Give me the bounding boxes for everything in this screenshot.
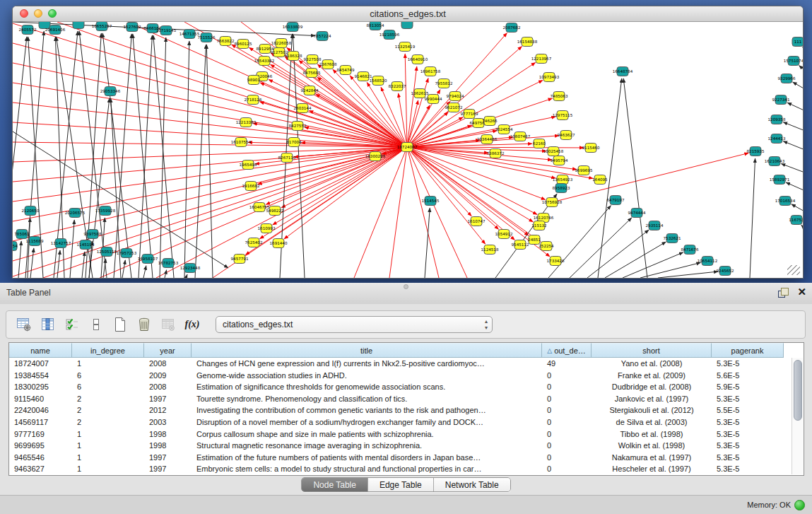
table-row[interactable]: 1830029562008Estimation of significance … (9, 381, 804, 393)
graph-node[interactable]: 11325419 (395, 42, 416, 52)
graph-node[interactable]: 8471676 (681, 245, 699, 255)
graph-node[interactable]: 12213383 (236, 118, 257, 127)
network-select[interactable]: citations_edges.txt ▴▾ (216, 316, 493, 333)
function-builder-button[interactable]: f(x) (182, 314, 203, 335)
import-table-button[interactable] (158, 314, 179, 335)
table-row[interactable]: 969969511998Structural magnetic resonanc… (9, 440, 804, 452)
column-header-short[interactable]: short (592, 343, 712, 358)
graph-node[interactable]: 10654112 (698, 257, 717, 266)
graph-node[interactable]: 9777169 (461, 110, 478, 119)
graph-node[interactable]: 16154838 (517, 37, 538, 47)
graph-node[interactable]: 1054912 (495, 230, 513, 239)
graph-node[interactable]: 1527602 (124, 23, 141, 32)
rows-button[interactable] (86, 314, 107, 335)
graph-node[interactable]: 17016534 (775, 197, 796, 206)
graph-node[interactable]: 785061 (14, 230, 30, 239)
graph-node[interactable]: 817004 (286, 138, 302, 147)
show-columns-button[interactable] (37, 314, 59, 335)
column-header-title[interactable]: title (192, 343, 542, 358)
graph-node[interactable]: 2087682 (503, 23, 521, 33)
graph-node[interactable] (73, 22, 84, 29)
delete-button[interactable] (134, 314, 155, 335)
graph-node[interactable]: 10655287 (92, 22, 112, 31)
graph-node[interactable]: 8454749 (337, 66, 355, 75)
table-row[interactable]: 977716911998Corpus callosum shape and si… (9, 428, 804, 440)
graph-node[interactable]: 17359928 (95, 206, 116, 216)
graph-node[interactable]: 1514545 (422, 197, 440, 206)
graph-node[interactable]: 12975115 (553, 111, 573, 120)
graph-node[interactable]: 1610993 (258, 224, 276, 233)
graph-node[interactable]: 15751074 (784, 57, 803, 66)
graph-node[interactable]: 164095 (592, 175, 608, 185)
table-settings-button[interactable] (13, 314, 35, 335)
graph-node[interactable]: 116753 (789, 216, 803, 225)
graph-node[interactable]: 18226058 (271, 39, 292, 48)
graph-node[interactable]: 8958923 (553, 184, 570, 193)
graph-node[interactable]: 1244413 (768, 134, 786, 144)
graph-node[interactable]: 1691440 (270, 239, 288, 248)
graph-node[interactable]: 115132 (531, 221, 546, 230)
new-document-button[interactable] (110, 314, 131, 335)
graph-node[interactable]: 29053346 (100, 87, 121, 96)
graph-node[interactable]: 7515526 (198, 33, 216, 42)
graph-node[interactable]: 16543382 (254, 57, 274, 66)
table-row[interactable]: 1872400712008Changes of HCN gene express… (9, 358, 804, 370)
graph-node[interactable]: 2367608 (319, 60, 337, 69)
graph-node[interactable]: 13142757 (51, 239, 71, 248)
graph-node[interactable]: 2935114 (646, 221, 664, 230)
graph-node[interactable]: 9329966 (778, 74, 796, 83)
column-header-name[interactable]: name (9, 343, 72, 358)
graph-node[interactable]: 39154 (13, 242, 18, 251)
table-row[interactable]: 2242004622012Investigating the contribut… (9, 404, 804, 416)
table-row[interactable]: 1938455462009Genome-wide association stu… (9, 370, 804, 382)
graph-node[interactable]: 7625402 (245, 238, 263, 247)
graph-node[interactable]: 10756928 (542, 198, 563, 207)
graph-node[interactable]: 98901 (247, 76, 260, 85)
graph-node[interactable]: 7485063 (551, 92, 568, 101)
graph-node[interactable]: 16961758 (420, 67, 441, 76)
close-panel-icon[interactable]: ✕ (797, 286, 806, 298)
graph-node[interactable]: 1610747 (468, 217, 486, 226)
graph-node[interactable]: 8322037 (389, 82, 406, 91)
graph-node[interactable]: 8813054 (367, 22, 384, 30)
graph-node[interactable]: 12923448 (180, 264, 201, 273)
graph-node[interactable]: 8960125 (235, 40, 252, 49)
graph-node[interactable]: 14671355 (180, 30, 200, 39)
graph-node[interactable]: 252254 (539, 242, 554, 251)
column-header-pagerank[interactable]: pagerank (712, 343, 784, 358)
column-header-in_degree[interactable]: in_degree (72, 343, 144, 358)
column-header-year[interactable]: year (144, 343, 192, 358)
graph-node[interactable]: 7386372 (487, 149, 505, 158)
graph-node[interactable]: 16033809 (283, 23, 303, 32)
graph-node[interactable]: 16648784 (613, 67, 633, 76)
graph-node[interactable]: 16958107 (138, 255, 158, 264)
graph-node[interactable]: 12505115 (97, 247, 117, 257)
graph-node[interactable]: 7857224 (314, 32, 331, 41)
graph-node[interactable]: 8215935 (747, 147, 765, 156)
graph-node[interactable]: 2120650 (22, 206, 40, 216)
graph-node[interactable]: 1124518 (481, 245, 499, 255)
column-header-out_degree[interactable]: △out_de… (542, 343, 592, 358)
select-columns-button[interactable] (61, 314, 83, 335)
graph-node[interactable]: 6479197 (607, 196, 625, 205)
graph-node[interactable]: 9545112 (512, 240, 529, 250)
table-row[interactable]: 911546021997Tourette syndrome. Phenomeno… (9, 393, 804, 405)
graph-node[interactable]: 9990444 (425, 95, 442, 104)
graph-node[interactable]: 9495794 (551, 156, 568, 165)
graph-node[interactable]: 10807487 (510, 132, 531, 141)
graph-node[interactable]: 9245652 (717, 267, 734, 276)
graph-node[interactable]: 20364486 (477, 135, 498, 144)
graph-node[interactable]: 746266 (482, 117, 498, 126)
graph-node[interactable] (401, 22, 413, 29)
graph-node[interactable]: 7663822 (217, 37, 235, 46)
graph-node[interactable]: 111 (792, 37, 803, 47)
float-window-icon[interactable] (777, 286, 789, 298)
graph-node[interactable]: 19218596 (379, 30, 400, 40)
tab-edge-table[interactable]: Edge Table (368, 478, 434, 491)
graph-node[interactable]: 13654923 (553, 175, 573, 185)
graph-node[interactable]: 62160 (533, 139, 546, 148)
table-row[interactable]: 1456911722003Disruption of a novel membe… (9, 416, 804, 428)
graph-node[interactable]: 16640910 (408, 55, 428, 64)
graph-node[interactable]: 9115460 (582, 144, 600, 153)
graph-node[interactable]: 16782753 (158, 259, 179, 268)
